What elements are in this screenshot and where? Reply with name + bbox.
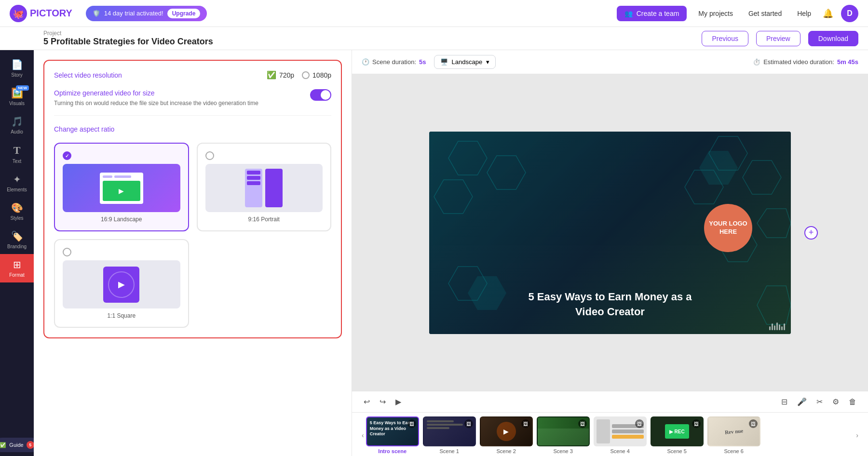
undo-button[interactable]: ↩ <box>362 395 372 408</box>
timeline-prev-button[interactable]: ‹ <box>360 429 366 441</box>
upgrade-button[interactable]: Upgrade <box>167 9 201 18</box>
sidebar-story-label: Story <box>11 72 22 78</box>
optimize-desc: Turning this on would reduce the file si… <box>54 99 302 107</box>
change-aspect-ratio-link[interactable]: Change aspect ratio <box>54 125 331 133</box>
playback-controls: ↩ ↪ ▶ ⊟ 🎤 ✂ ⚙ 🗑 <box>352 391 868 412</box>
timeline: ‹ 👁 5 Easy Ways to Earn Money as a Video… <box>352 412 868 456</box>
timeline-scene-5[interactable]: ▶ REC 🖼 Scene 5 <box>651 416 704 454</box>
sidebar-item-visuals[interactable]: NEW 🖼️ Visuals <box>0 82 34 111</box>
timeline-next-button[interactable]: › <box>854 429 860 441</box>
optimize-text-block: Optimize generated video for size Turnin… <box>54 89 302 107</box>
timeline-scene-2[interactable]: ▶ 🖼 Scene 2 <box>480 416 533 454</box>
styles-icon: 🎨 <box>11 202 23 214</box>
logo-placeholder: YOUR LOGO HERE <box>704 204 752 252</box>
sidebar-item-story[interactable]: 📄 Story <box>0 54 34 82</box>
sidebar-item-branding[interactable]: 🏷️ Branding <box>0 226 34 254</box>
preview-button[interactable]: Preview <box>756 31 800 46</box>
add-scene-button[interactable]: + <box>804 226 818 240</box>
svg-text:🐙: 🐙 <box>13 8 24 19</box>
video-title: 5 Easy Ways to Earn Money as a Video Cre… <box>528 290 692 320</box>
timeline-scene-4[interactable]: 🖼 Scene 4 <box>594 416 647 454</box>
sidebar-text-label: Text <box>13 159 21 164</box>
sidebar-item-elements[interactable]: ✦ Elements <box>0 169 34 197</box>
top-header: 🐙 PICTORY 🛡️ 14 day trial activated! Upg… <box>0 0 868 27</box>
scissor-button[interactable]: ✂ <box>814 395 825 408</box>
timeline-scene-1[interactable]: 🖼 Scene 1 <box>423 416 476 454</box>
help-link[interactable]: Help <box>797 10 811 17</box>
sidebar-item-text[interactable]: T Text <box>0 139 34 169</box>
svg-marker-12 <box>699 151 738 185</box>
download-button[interactable]: Download <box>808 31 858 46</box>
landscape-label: 16:9 Landscape <box>63 216 180 223</box>
video-toolbar: 🕐 Scene duration: 5s 🖥️ Landscape ▾ ⏱️ E… <box>352 50 868 74</box>
svg-marker-4 <box>434 180 473 214</box>
branding-icon: 🏷️ <box>11 230 23 242</box>
create-team-label: Create a team <box>637 10 679 17</box>
aspect-portrait-card[interactable]: 9:16 Portrait <box>197 143 332 231</box>
sidebar-branding-label: Branding <box>7 244 27 249</box>
app-logo[interactable]: 🐙 PICTORY <box>10 5 72 22</box>
timeline-scene-intro[interactable]: 👁 5 Easy Ways to Earn Money as a Video C… <box>366 416 419 454</box>
scene6-thumb-img: Rev nue 🖼 <box>707 416 760 446</box>
aspect-square-card[interactable]: ▶ 1:1 Square <box>54 239 189 328</box>
video-title-line1: 5 Easy Ways to Earn Money as a <box>528 291 692 303</box>
resolution-720-option[interactable]: ✅ 720p <box>267 70 294 80</box>
text-icon: T <box>14 144 21 157</box>
scene2-thumb-img: ▶ 🖼 <box>480 416 533 446</box>
square-label: 1:1 Square <box>63 312 180 319</box>
main-layout: 📄 Story NEW 🖼️ Visuals 🎵 Audio T Text ✦ … <box>0 50 868 456</box>
sidebar-item-audio[interactable]: 🎵 Audio <box>0 111 34 139</box>
scene2-label: Scene 2 <box>496 448 515 454</box>
svg-marker-3 <box>487 156 526 189</box>
svg-marker-13 <box>468 276 506 310</box>
square-select-circle <box>63 248 71 256</box>
previous-button[interactable]: Previous <box>702 31 748 46</box>
scene1-thumb-img: 🖼 <box>423 416 476 446</box>
scene6-label: Scene 6 <box>724 448 743 454</box>
scene-duration-text: Scene duration: <box>372 58 416 66</box>
caption-button[interactable]: ⊟ <box>779 395 789 408</box>
intro-label: Intro scene <box>378 448 407 454</box>
radio-1080-circle <box>302 71 310 79</box>
delete-button[interactable]: 🗑 <box>847 395 858 408</box>
right-panel: 🕐 Scene duration: 5s 🖥️ Landscape ▾ ⏱️ E… <box>352 50 868 456</box>
settings-button[interactable]: ⚙ <box>830 395 841 408</box>
sidebar-item-styles[interactable]: 🎨 Styles <box>0 197 34 226</box>
aspect-landscape-card[interactable]: ▶ 16:9 Landscape <box>54 143 189 231</box>
guide-button[interactable]: ✅ Guide 5 <box>0 438 39 452</box>
intro-overlay-icon: 🖼 <box>407 419 416 428</box>
sidebar-item-format[interactable]: ⊞ Format <box>0 254 34 282</box>
notification-bell-icon[interactable]: 🔔 <box>823 8 833 19</box>
user-avatar[interactable]: D <box>841 5 858 22</box>
play-button[interactable]: ▶ <box>393 395 403 408</box>
scene4-thumb-img: 🖼 <box>594 416 647 446</box>
timeline-scene-3[interactable]: 🖼 Scene 3 <box>537 416 590 454</box>
audio-bar-1 <box>769 326 771 330</box>
resolution-1080-option[interactable]: 1080p <box>302 71 331 79</box>
get-started-link[interactable]: Get started <box>748 10 782 17</box>
audio-icon: 🎵 <box>11 116 23 127</box>
redo-button[interactable]: ↪ <box>378 395 388 408</box>
optimize-title: Optimize generated video for size <box>54 89 302 97</box>
project-title: 5 Profitable Strategies for Video Creato… <box>43 37 213 47</box>
audio-bar-6 <box>781 326 783 330</box>
scene5-overlay-icon: 🖼 <box>692 419 701 428</box>
mic-button[interactable]: 🎤 <box>795 395 809 408</box>
story-icon: 📄 <box>11 59 23 70</box>
my-projects-link[interactable]: My projects <box>698 10 733 17</box>
svg-marker-2 <box>448 141 487 175</box>
timeline-scenes: 👁 5 Easy Ways to Earn Money as a Video C… <box>366 416 854 454</box>
sidebar-audio-label: Audio <box>11 129 23 134</box>
trial-text: 14 day trial activated! <box>104 10 163 17</box>
new-badge: NEW <box>16 85 29 91</box>
optimize-row: Optimize generated video for size Turnin… <box>54 89 331 116</box>
orientation-selector[interactable]: 🖥️ Landscape ▾ <box>434 55 496 69</box>
create-team-button[interactable]: 👥 Create a team <box>617 6 687 21</box>
video-title-line2: Video Creator <box>575 306 645 318</box>
timer-icon: ⏱️ <box>753 58 760 66</box>
optimize-toggle[interactable] <box>310 89 331 101</box>
svg-marker-11 <box>757 286 791 324</box>
timeline-scene-6[interactable]: Rev nue 🖼 Scene 6 <box>707 416 760 454</box>
guide-label: Guide <box>9 442 23 448</box>
scene1-overlay-icon: 🖼 <box>464 419 473 428</box>
